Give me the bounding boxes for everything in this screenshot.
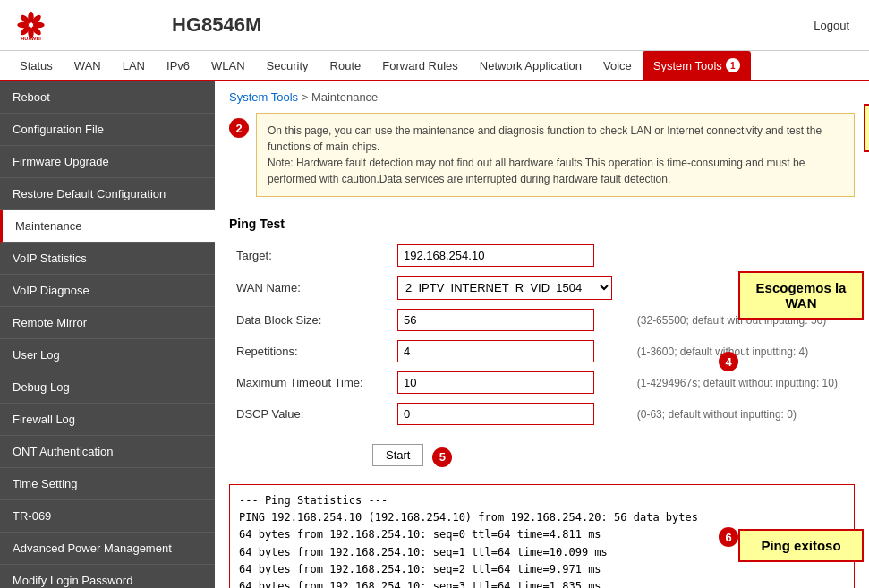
ping-section-title: Ping Test [229, 217, 855, 231]
nav-network-application[interactable]: Network Application [469, 51, 592, 80]
data-block-input[interactable] [397, 309, 594, 331]
breadcrumb-parent[interactable]: System Tools [229, 90, 298, 104]
wan-name-select[interactable]: 2_IPTV_INTERNET_R_VID_1504 [397, 276, 612, 300]
sidebar-item-firmware[interactable]: Firmware Upgrade [0, 146, 215, 178]
ping-form-table: Target: WAN Name: 2_IPTV_INTERNET_R_VID_… [229, 240, 855, 430]
callout-wan: Escogemos la WAN [738, 271, 864, 320]
dscp-label: DSCP Value: [229, 398, 390, 430]
wan-name-label: WAN Name: [229, 271, 390, 304]
info-box: On this page, you can use the maintenanc… [256, 113, 855, 197]
sidebar-item-user-log[interactable]: User Log [0, 339, 215, 371]
sidebar-item-firewall-log[interactable]: Firewall Log [0, 404, 215, 436]
sidebar-item-ont-auth[interactable]: ONT Authentication [0, 436, 215, 468]
sidebar: Reboot Configuration File Firmware Upgra… [0, 81, 215, 588]
table-row: DSCP Value: (0-63; default without input… [229, 398, 855, 430]
content-area: System Tools > Maintenance 2 On this pag… [215, 81, 869, 588]
target-input[interactable] [397, 244, 594, 267]
nav-wlan[interactable]: WLAN [200, 51, 256, 80]
sidebar-item-reboot[interactable]: Reboot [0, 81, 215, 114]
table-row: Repetitions: (1-3600; default without in… [229, 336, 855, 367]
sidebar-item-restore[interactable]: Restore Default Configuration [0, 178, 215, 210]
sidebar-item-config-file[interactable]: Configuration File [0, 114, 215, 146]
start-button[interactable]: Start [372, 444, 423, 466]
nav-lan[interactable]: LAN [112, 51, 156, 80]
breadcrumb-current: Maintenance [311, 90, 378, 104]
annotation-badge-5: 5 [432, 447, 452, 467]
nav-forward-rules[interactable]: Forward Rules [371, 51, 469, 80]
target-label: Target: [229, 240, 390, 271]
timeout-input[interactable] [397, 371, 594, 394]
repetitions-hint: (1-3600; default without inputting: 4) [630, 336, 855, 367]
sidebar-item-voip-stats[interactable]: VoIP Statistics [0, 243, 215, 275]
huawei-logo-icon: HUAWEI [11, 7, 51, 43]
logout-button[interactable]: Logout [814, 19, 858, 32]
breadcrumb: System Tools > Maintenance [229, 90, 855, 104]
sidebar-item-maintenance[interactable]: Maintenance [0, 210, 215, 243]
sidebar-item-voip-diagnose[interactable]: VoIP Diagnose [0, 275, 215, 307]
repetitions-label: Repetitions: [229, 336, 390, 367]
nav-status[interactable]: Status [9, 51, 64, 80]
timeout-hint: (1-4294967s; default without inputting: … [630, 367, 855, 398]
dscp-hint: (0-63; default without inputting: 0) [630, 398, 855, 430]
nav-ipv6[interactable]: IPv6 [156, 51, 200, 80]
svg-text:HUAWEI: HUAWEI [21, 36, 41, 41]
sidebar-item-tr069[interactable]: TR-069 [0, 500, 215, 533]
table-row: Target: [229, 240, 855, 271]
sidebar-item-debug-log[interactable]: Debug Log [0, 371, 215, 404]
sidebar-item-adv-power[interactable]: Advanced Power Management [0, 533, 215, 565]
nav-badge: 1 [726, 58, 740, 72]
table-row: Maximum Timeout Time: (1-4294967s; defau… [229, 367, 855, 398]
callout-ip-servidor: IP del Servidor IP [864, 104, 869, 152]
sidebar-item-modify-login[interactable]: Modify Login Password [0, 565, 215, 588]
callout-ping-exitoso: Ping exitoso [738, 529, 864, 562]
nav-voice[interactable]: Voice [592, 51, 643, 80]
navbar: Status WAN LAN IPv6 WLAN Security Route … [0, 51, 869, 81]
nav-security[interactable]: Security [256, 51, 319, 80]
sidebar-item-time-setting[interactable]: Time Setting [0, 468, 215, 500]
nav-wan[interactable]: WAN [64, 51, 112, 80]
main-layout: Reboot Configuration File Firmware Upgra… [0, 81, 869, 588]
model-title: HG8546M [154, 13, 814, 37]
dscp-input[interactable] [397, 403, 594, 425]
nav-route[interactable]: Route [319, 51, 372, 80]
repetitions-input[interactable] [397, 340, 594, 362]
target-hint [630, 240, 855, 271]
timeout-label: Maximum Timeout Time: [229, 367, 390, 398]
data-block-label: Data Block Size: [229, 304, 390, 336]
sidebar-item-remote-mirror[interactable]: Remote Mirror [0, 307, 215, 339]
annotation-badge-2: 2 [229, 118, 249, 138]
header: HUAWEI HG8546M Logout [0, 0, 869, 51]
nav-system-tools[interactable]: System Tools 1 [643, 51, 751, 80]
annotation-badge-6: 6 [719, 527, 738, 547]
logo-area: HUAWEI [11, 7, 154, 43]
annotation-badge-4: 4 [719, 352, 738, 371]
